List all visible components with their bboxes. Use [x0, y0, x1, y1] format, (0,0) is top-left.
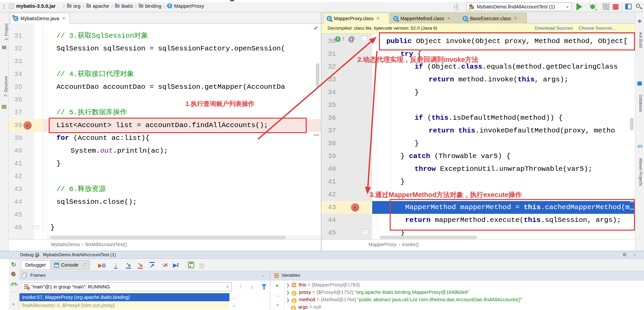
breadcrumb-item-binding[interactable]: binding — [139, 3, 161, 9]
banner-text: Decompiled .class file, bytecode version… — [328, 26, 437, 31]
folder-icon — [139, 4, 143, 8]
more-icon[interactable]: » — [12, 301, 15, 307]
stop-button[interactable] — [613, 4, 618, 10]
close-icon[interactable]: ✕ — [447, 16, 450, 21]
variable-row[interactable]: ❯this = {MapperProxy@1763} — [286, 281, 644, 288]
variable-row[interactable]: ❯pmethod = {Method@1764} "public abstrac… — [286, 296, 644, 303]
jar-icon — [9, 4, 14, 9]
breadcrumb-jar[interactable]: mybatis-3.5.0.jar — [16, 3, 56, 9]
add-watch-icon[interactable]: + — [275, 282, 282, 288]
stripe-database-button[interactable]: Database — [638, 88, 643, 118]
hide-panel-icon[interactable]: ⌄ — [633, 252, 637, 257]
gear-icon[interactable]: ⚙ — [622, 252, 627, 257]
breadcrumb-method[interactable]: invoke() — [402, 242, 419, 247]
tab-mapperproxy-class[interactable]: CMapperProxy.class✕ — [324, 13, 389, 24]
tool-windows-icon[interactable] — [625, 4, 632, 9]
drag-handle-icon: ⣿ — [2, 4, 6, 10]
vars-more-icon[interactable]: » — [276, 302, 279, 307]
variable-row[interactable]: pargs = null — [286, 303, 644, 310]
left-editor-hscrollbar[interactable] — [50, 236, 286, 239]
lock-badge — [466, 20, 469, 22]
tab-mybatisdemo-java[interactable]: C MybatisDemo.java ✕ — [10, 13, 70, 24]
restart-icon[interactable]: ↺↻ — [10, 282, 18, 287]
lock-badge — [397, 20, 399, 22]
line-number: 41 — [7, 157, 22, 170]
inspection-ok-icon[interactable]: ✔ — [314, 25, 318, 31]
expand-chevron-icon[interactable]: ❯ — [286, 290, 290, 295]
breadcrumb-item-apache[interactable]: apache — [86, 3, 109, 9]
line-number: 45 — [320, 227, 336, 239]
close-icon[interactable]: ✕ — [376, 16, 380, 21]
code-line: throw ExceptionUtil.unwrapThrowable(var5… — [415, 163, 634, 176]
step-out-icon[interactable]: ↗ — [149, 262, 155, 269]
line-number: 33 — [320, 73, 336, 86]
remove-watch-icon[interactable]: − — [276, 293, 279, 299]
tab-debugger[interactable]: Debugger — [21, 260, 50, 270]
left-editor-vscrollbar[interactable] — [316, 63, 319, 87]
override-arrow-icon[interactable]: ↑ — [342, 35, 345, 42]
run-config-icon — [469, 4, 474, 9]
expand-chevron-icon[interactable]: ❯ — [286, 283, 290, 287]
debug-session-title: MybatisDemo.findAllAccountTest (1) — [43, 252, 116, 257]
drop-frame-icon[interactable]: ↘✕ — [161, 262, 168, 268]
breadcrumb-class[interactable]: MybatisDemo — [51, 242, 80, 247]
splitter-more-icon[interactable]: » — [232, 303, 235, 308]
force-step-into-icon[interactable]: ↘ — [138, 262, 143, 269]
frame-down-icon[interactable]: ↓ — [251, 283, 254, 290]
splitter-minus-icon[interactable]: − — [232, 296, 235, 301]
rerun-icon[interactable]: ↻ — [11, 261, 16, 268]
debug-button[interactable]: \ / — [589, 3, 597, 10]
download-sources-link[interactable]: Download Sources — [535, 26, 573, 31]
close-icon[interactable]: ✕ — [514, 16, 517, 21]
line-number: 32 — [320, 61, 336, 73]
class-file-icon: C — [463, 16, 468, 21]
resume-icon[interactable] — [11, 272, 16, 277]
frame-up-icon[interactable]: ↑ — [239, 283, 242, 290]
line-number: 37 — [7, 106, 22, 119]
run-button[interactable] — [576, 3, 582, 10]
sort-lines-icon[interactable]: ↓011001 — [453, 3, 458, 10]
line-number: 40 — [7, 145, 22, 157]
breadcrumb-item-class[interactable]: CMapperProxy — [167, 3, 204, 9]
line-number: 45 — [7, 208, 22, 221]
class-icon: C — [167, 3, 172, 8]
choose-sources-link[interactable]: Choose Sources... — [578, 26, 616, 31]
stripe-maven-button[interactable]: Maven Projects — [638, 152, 643, 193]
breadcrumb-separator: › — [61, 3, 67, 9]
tab-mappermethod-class[interactable]: CMapperMethod.class✕ — [390, 13, 459, 24]
show-execution-point-icon[interactable]: ▶≣ — [98, 262, 106, 269]
close-icon[interactable]: ✕ — [62, 16, 66, 21]
step-into-icon[interactable]: ↘ — [126, 262, 131, 269]
variables-header: Variables — [270, 271, 644, 280]
parameter-icon: p — [292, 298, 297, 303]
run-config-selector[interactable]: MybatisDemo.findAllAccountTest (1) ∨ — [466, 2, 572, 11]
filter-icon[interactable] — [261, 284, 267, 289]
frame-row[interactable]: invoke:57, MapperProxy (org.apache.ibati… — [19, 293, 229, 301]
breadcrumb-item-org[interactable]: org — [67, 3, 81, 9]
tab-console[interactable]: Console →" — [51, 260, 90, 270]
step-over-icon[interactable]: ↓ — [114, 262, 117, 269]
breakpoint-icon[interactable]: ∨ — [24, 121, 32, 129]
layout-settings-icon[interactable]: ▥ — [199, 262, 205, 269]
thread-dropdown[interactable]: ✓ "main"@1 in group "main": RUNNING ∨ — [21, 282, 232, 291]
frame-row[interactable]: findAllAccounts:-1, $Proxy4 (com.sun.pro… — [19, 301, 229, 309]
coverage-button[interactable] — [603, 3, 609, 10]
variable-row[interactable]: ❯pproxy = {$Proxy4@1752} "org.apache.iba… — [286, 288, 644, 296]
breadcrumb-item-ibatis[interactable]: ibatis — [115, 3, 133, 9]
variables-title: Variables — [282, 273, 300, 278]
tab-baseexecutor-class[interactable]: CBaseExecutor.class✕ — [460, 13, 527, 24]
line-number: 43 — [7, 183, 22, 196]
breadcrumb-class[interactable]: MapperProxy — [369, 242, 396, 247]
search-icon[interactable] — [636, 3, 642, 10]
stripe-ant-build-button[interactable]: Ant Build — [638, 25, 643, 55]
breadcrumb-method[interactable]: findAllAccountTest() — [85, 242, 127, 247]
line-number: 46 — [7, 221, 22, 234]
pin-icon[interactable]: → — [261, 273, 265, 278]
breakpoint-icon-right[interactable]: ∨ — [351, 203, 359, 211]
project-icon — [2, 46, 6, 49]
right-editor-vscrollbar[interactable] — [630, 118, 634, 130]
run-to-cursor-icon[interactable]: ▶I — [173, 262, 179, 268]
expand-chevron-icon[interactable]: ❯ — [286, 298, 290, 302]
right-editor-hscrollbar[interactable] — [380, 236, 477, 239]
evaluate-expression-icon[interactable] — [188, 262, 194, 268]
